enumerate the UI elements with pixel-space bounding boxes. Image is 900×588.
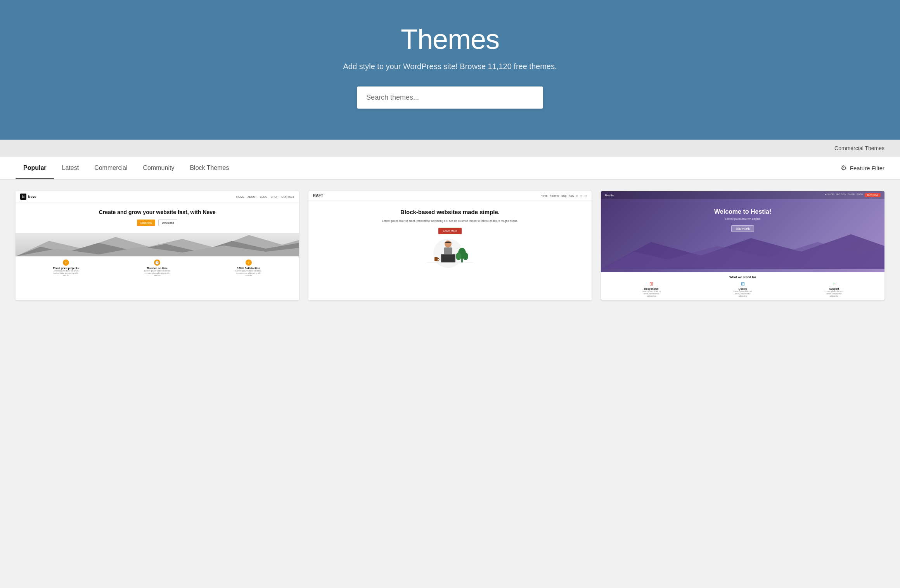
tab-community[interactable]: Community (135, 157, 182, 179)
tab-latest[interactable]: Latest (54, 157, 87, 179)
neve-features: ✓ Fixed price projects Lorem ipsum dolor… (16, 256, 299, 280)
hestia-features: What we stand for ⊞ Responsive Lorem ips… (601, 272, 884, 300)
raft-logo: RAFT (313, 194, 324, 198)
raft-sub: Lorem ipsum dolor sit amet, consectetur … (315, 219, 586, 223)
top-bar: Commercial Themes (0, 140, 900, 157)
feature-filter-button[interactable]: ⚙ Feature Filter (841, 164, 884, 172)
hestia-preview: Hestia ● SHOPSECTIONSHOPBLOG BUY NOW Wel… (601, 191, 884, 300)
raft-headline: Block-based websites made simple. (315, 208, 586, 216)
neve-mountain-bg (16, 233, 299, 256)
hestia-cta: SEE MORE (731, 225, 754, 232)
responsive-icon: ⊞ (641, 281, 662, 287)
support-icon: ≡ (824, 281, 845, 287)
commercial-themes-link[interactable]: Commercial Themes (834, 145, 884, 151)
search-input[interactable] (357, 86, 543, 109)
svg-point-10 (456, 252, 461, 260)
raft-nav-links: HomePatternsBlogASK ●◻◻ (541, 194, 587, 197)
hestia-content: Welcome to Hestia! Lorem ipsum dolorem a… (601, 199, 884, 237)
hestia-sub: Lorem ipsum dolorem adipisit (607, 218, 878, 220)
svg-rect-7 (441, 255, 455, 262)
neve-start-btn[interactable]: Start Now (137, 220, 155, 226)
neve-headline: Create and grow your website fast, with … (20, 209, 294, 216)
hestia-headline: Welcome to Hestia! (607, 208, 878, 215)
theme-card-raft[interactable]: RAFT HomePatternsBlogASK ●◻◻ Block-based… (308, 191, 592, 300)
raft-learn-btn[interactable]: Learn More (438, 228, 462, 234)
theme-card-neve[interactable]: N Neve HOMEABOUTBLOGSHOPCONTACT Create a… (16, 191, 299, 300)
svg-point-11 (463, 252, 468, 260)
neve-nav-links: HOMEABOUTBLOGSHOPCONTACT (236, 195, 294, 198)
page-title: Themes (8, 23, 892, 55)
gear-icon: ⚙ (841, 164, 847, 172)
tab-popular[interactable]: Popular (16, 157, 54, 179)
neve-preview: N Neve HOMEABOUTBLOGSHOPCONTACT Create a… (16, 191, 299, 300)
themes-grid: N Neve HOMEABOUTBLOGSHOPCONTACT Create a… (0, 180, 900, 316)
raft-preview: RAFT HomePatternsBlogASK ●◻◻ Block-based… (308, 191, 592, 300)
search-wrapper (8, 86, 892, 109)
neve-download-btn[interactable]: Download (158, 220, 177, 226)
tab-block-themes[interactable]: Block Themes (182, 157, 237, 179)
hestia-nav: Hestia ● SHOPSECTIONSHOPBLOG BUY NOW (601, 191, 884, 199)
neve-logo-n: N (20, 194, 26, 200)
neve-logo-text: Neve (28, 195, 36, 199)
svg-rect-12 (434, 257, 438, 261)
tabs-list: Popular Latest Commercial Community Bloc… (16, 157, 237, 179)
hero-subtitle: Add style to your WordPress site! Browse… (8, 62, 892, 71)
theme-card-hestia[interactable]: Hestia ● SHOPSECTIONSHOPBLOG BUY NOW Wel… (601, 191, 884, 300)
feature-filter-label: Feature Filter (850, 165, 884, 171)
raft-illustration (308, 239, 592, 270)
hero-section: Themes Add style to your WordPress site!… (0, 0, 900, 140)
tab-commercial[interactable]: Commercial (87, 157, 135, 179)
tabs-container: Popular Latest Commercial Community Bloc… (0, 157, 900, 180)
quality-icon: ⊞ (732, 281, 753, 287)
